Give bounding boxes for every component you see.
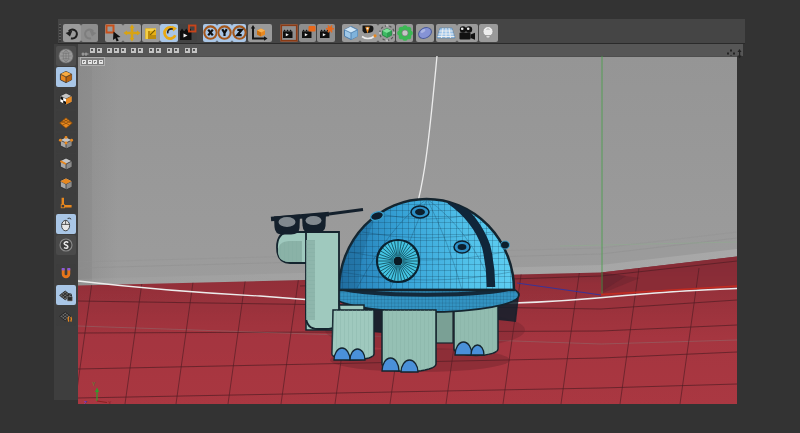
svg-text:Z: Z (84, 400, 87, 404)
